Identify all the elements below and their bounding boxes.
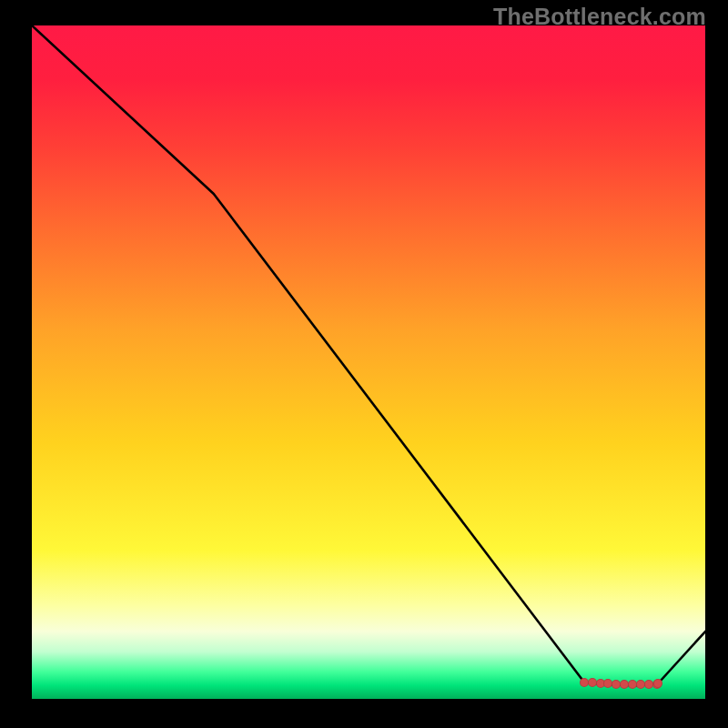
marker-layer <box>32 25 705 699</box>
data-marker <box>653 679 662 688</box>
chart-container: TheBottleneck.com <box>0 0 728 728</box>
plot-area <box>32 25 705 699</box>
